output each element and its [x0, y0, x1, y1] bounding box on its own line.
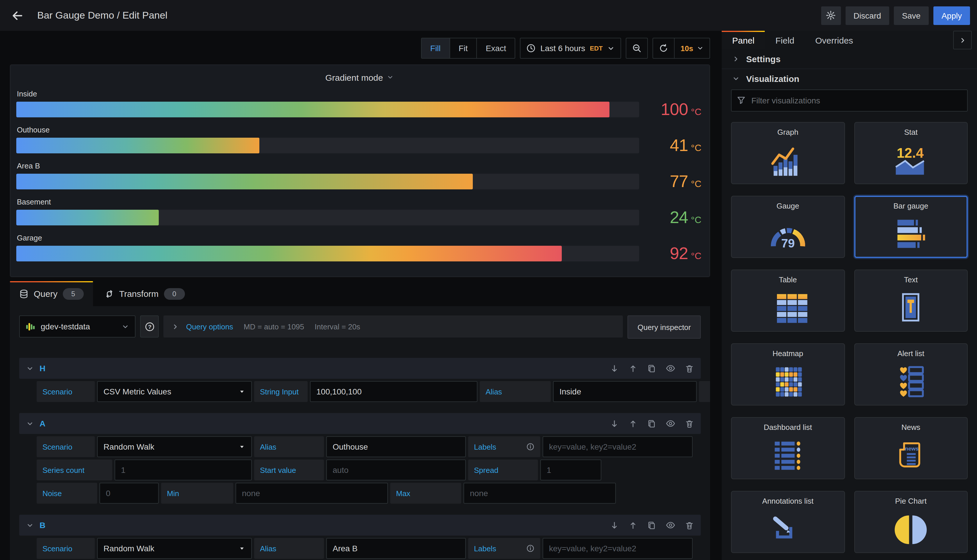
- duplicate-query-button[interactable]: [647, 364, 656, 373]
- bar-gauge-row: Area B77°C: [16, 162, 703, 191]
- viz-filter: [731, 90, 968, 112]
- viz-card-news[interactable]: Newsnews: [854, 417, 968, 479]
- viz-card-graph[interactable]: Graph: [731, 122, 845, 184]
- move-query-down-button[interactable]: [610, 364, 619, 373]
- query-row-header[interactable]: A: [19, 413, 701, 434]
- move-query-down-button[interactable]: [610, 419, 619, 428]
- apply-button[interactable]: Apply: [934, 6, 970, 25]
- toggle-query-visibility-button[interactable]: [666, 520, 675, 530]
- bar-gauge-value-number: 92: [670, 244, 688, 263]
- field-input-alias[interactable]: [326, 538, 466, 559]
- field-input-max[interactable]: [463, 483, 616, 503]
- field-select-scenario[interactable]: Random Walk: [97, 436, 252, 457]
- tab-transform[interactable]: Transform0: [95, 281, 194, 306]
- refresh-interval-dropdown[interactable]: 10s: [674, 38, 709, 58]
- viz-card-text[interactable]: Text: [854, 270, 968, 332]
- duplicate-query-button[interactable]: [647, 419, 656, 428]
- query-row-header[interactable]: B: [19, 515, 701, 536]
- duplicate-query-button[interactable]: [647, 521, 656, 530]
- section-settings[interactable]: Settings: [722, 49, 977, 68]
- chevron-down-icon: [26, 420, 34, 427]
- panel-title-menu[interactable]: Gradient mode: [16, 70, 703, 85]
- info-circle-icon[interactable]: [526, 544, 534, 552]
- header-actions: Discard Save Apply: [821, 6, 970, 25]
- viz-card-heatmap[interactable]: Heatmap: [731, 343, 845, 405]
- datasource-help-button[interactable]: ?: [140, 315, 159, 338]
- chevron-right-icon: [732, 55, 740, 63]
- field-input-noise[interactable]: [99, 483, 159, 503]
- refresh-button[interactable]: [653, 38, 674, 58]
- section-visualization[interactable]: Visualization: [722, 68, 977, 88]
- query-row-header[interactable]: H: [19, 358, 701, 379]
- viz-card-bar-gauge[interactable]: Bar gauge: [854, 196, 968, 258]
- sidebar-tab-panel[interactable]: Panel: [722, 31, 765, 49]
- field-label-scenario: Scenario: [37, 381, 95, 402]
- field-label-labels: Labels: [468, 538, 540, 559]
- delete-query-button[interactable]: [685, 521, 694, 530]
- clock-icon: [526, 43, 535, 53]
- bar-gauge-fill: [16, 102, 609, 117]
- view-mode-fill[interactable]: Fill: [422, 38, 450, 58]
- time-range-picker[interactable]: Last 6 hours EDT: [520, 38, 621, 59]
- bar-gauge-value: 100°C: [639, 100, 703, 119]
- stat-viz-icon: 12.4: [855, 138, 967, 183]
- move-query-up-button[interactable]: [629, 364, 637, 373]
- field-input-spread[interactable]: [540, 460, 601, 480]
- gear-icon: [826, 10, 836, 20]
- query-options-label[interactable]: Query options: [186, 322, 233, 331]
- viz-card-pie-chart[interactable]: Pie Chart: [854, 491, 968, 553]
- text-viz-icon: [855, 285, 967, 331]
- query-fields-row: ScenarioRandom WalkAliasLabels: [37, 538, 693, 559]
- field-input-alias[interactable]: [553, 381, 697, 402]
- field-input-series-count[interactable]: [115, 460, 252, 480]
- viz-card-gauge[interactable]: Gauge79: [731, 196, 845, 258]
- panel-settings-button[interactable]: [821, 6, 841, 25]
- field-select-scenario[interactable]: Random Walk: [97, 538, 252, 559]
- move-query-up-button[interactable]: [629, 419, 637, 428]
- bar-gauge-line: 24°C: [16, 208, 703, 227]
- field-input-string-input[interactable]: [310, 381, 477, 402]
- toggle-query-visibility-button[interactable]: [666, 363, 675, 373]
- bar-gauge-value-unit: °C: [691, 179, 701, 189]
- viz-card-annotations-list[interactable]: Annotations list: [731, 491, 845, 553]
- bar-gauge-row: Basement24°C: [16, 198, 703, 227]
- toggle-query-visibility-button[interactable]: [666, 419, 675, 428]
- bar-gauge-line: 41°C: [16, 136, 703, 155]
- query-inspector-button[interactable]: Query inspector: [627, 315, 701, 339]
- settings-section-label: Settings: [746, 54, 780, 64]
- delete-query-button[interactable]: [685, 419, 694, 428]
- dashboard-list-viz-icon: [731, 433, 844, 479]
- viz-filter-input[interactable]: [731, 90, 968, 112]
- delete-query-button[interactable]: [685, 364, 694, 373]
- save-button[interactable]: Save: [894, 6, 929, 25]
- field-input-labels[interactable]: [542, 436, 693, 457]
- discard-button[interactable]: Discard: [845, 6, 889, 25]
- datasource-picker[interactable]: gdev-testdata: [19, 315, 136, 338]
- field-input-labels[interactable]: [542, 538, 693, 559]
- sidebar-tab-field[interactable]: Field: [765, 31, 805, 49]
- bar-gauge-row: Garage92°C: [16, 233, 703, 263]
- query-row-H: HScenarioCSV Metric ValuesString InputAl…: [19, 358, 701, 402]
- field-input-alias[interactable]: [326, 436, 466, 457]
- viz-card-stat[interactable]: Stat12.4: [854, 122, 968, 184]
- field-select-scenario[interactable]: CSV Metric Values: [97, 381, 252, 402]
- sidebar-collapse-button[interactable]: [953, 31, 972, 49]
- viz-card-title: Stat: [904, 128, 917, 137]
- field-input-start-value[interactable]: [326, 460, 466, 480]
- move-query-up-button[interactable]: [629, 521, 637, 530]
- question-circle-icon: ?: [144, 322, 154, 332]
- info-circle-icon[interactable]: [526, 443, 534, 451]
- field-input-min[interactable]: [236, 483, 388, 503]
- tab-query[interactable]: Query5: [10, 281, 93, 306]
- query-options-bar[interactable]: Query options MD = auto = 1095 Interval …: [164, 315, 623, 338]
- viz-card-table[interactable]: Table: [731, 270, 845, 332]
- viz-card-dashboard-list[interactable]: Dashboard list: [731, 417, 845, 479]
- sidebar-tab-overrides[interactable]: Overrides: [805, 31, 863, 49]
- zoom-out-button[interactable]: [626, 38, 648, 59]
- view-mode-exact[interactable]: Exact: [476, 38, 515, 58]
- view-mode-fit[interactable]: Fit: [449, 38, 476, 58]
- back-arrow-icon[interactable]: [7, 5, 28, 26]
- bar-gauge-value: 92°C: [639, 244, 703, 263]
- viz-card-alert-list[interactable]: Alert list: [854, 343, 968, 405]
- move-query-down-button[interactable]: [610, 521, 619, 530]
